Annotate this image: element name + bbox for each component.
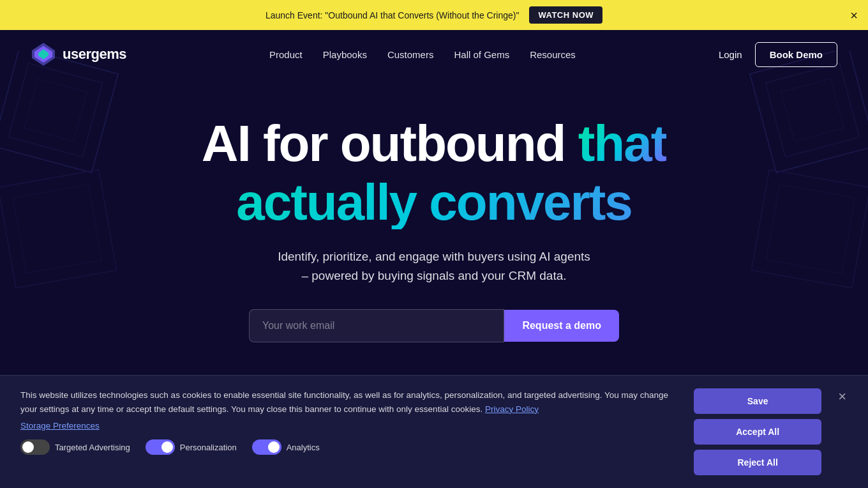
reject-all-button[interactable]: Reject All bbox=[694, 450, 821, 475]
personalization-label: Personalization bbox=[180, 443, 237, 452]
storage-preferences-link[interactable]: Storage Preferences bbox=[20, 421, 678, 431]
hero-headline-gradient: that bbox=[578, 115, 667, 172]
targeted-advertising-label: Targeted Advertising bbox=[55, 443, 130, 452]
nav-customers[interactable]: Customers bbox=[387, 49, 434, 60]
nav-playbooks[interactable]: Playbooks bbox=[323, 49, 367, 60]
accept-all-button[interactable]: Accept All bbox=[694, 419, 821, 445]
logo[interactable]: usergems bbox=[31, 42, 126, 67]
nav-product[interactable]: Product bbox=[269, 49, 303, 60]
announcement-text: Launch Event: "Outbound AI that Converts… bbox=[266, 10, 520, 20]
logo-icon bbox=[31, 42, 56, 67]
close-cookie-banner-button[interactable]: × bbox=[837, 388, 848, 405]
watch-now-button[interactable]: WATCH NOW bbox=[529, 6, 602, 24]
request-demo-button[interactable]: Request a demo bbox=[504, 310, 619, 342]
hero-section: AI for outbound that actually converts I… bbox=[0, 79, 868, 368]
close-banner-button[interactable]: × bbox=[850, 9, 858, 22]
hero-form: Request a demo bbox=[249, 309, 619, 342]
login-link[interactable]: Login bbox=[719, 49, 742, 60]
toggle-personalization: Personalization bbox=[146, 439, 237, 455]
analytics-toggle[interactable] bbox=[252, 439, 281, 455]
toggle-knob bbox=[268, 441, 280, 453]
cookie-buttons: Save Accept All Reject All bbox=[694, 388, 821, 475]
nav-hall-of-gems[interactable]: Hall of Gems bbox=[454, 49, 509, 60]
toggle-knob bbox=[22, 441, 34, 453]
announcement-bar: Launch Event: "Outbound AI that Converts… bbox=[0, 0, 868, 30]
cookie-text-section: This website utilizes technologies such … bbox=[20, 388, 678, 455]
toggle-targeted-advertising: Targeted Advertising bbox=[20, 439, 130, 455]
hero-desc-line2: – powered by buying signals and your CRM… bbox=[301, 269, 566, 282]
toggle-knob bbox=[161, 441, 173, 453]
book-demo-button[interactable]: Book Demo bbox=[755, 42, 837, 67]
privacy-policy-link[interactable]: Privacy Policy bbox=[485, 404, 539, 414]
save-button[interactable]: Save bbox=[694, 388, 821, 414]
hero-headline-white: AI for outbound bbox=[202, 115, 578, 172]
cookie-toggles: Targeted Advertising Personalization Ana… bbox=[20, 439, 678, 455]
nav-actions: Login Book Demo bbox=[719, 42, 837, 67]
navigation: usergems Product Playbooks Customers Hal… bbox=[0, 30, 868, 79]
hero-subline: actually converts bbox=[13, 176, 855, 229]
toggle-analytics: Analytics bbox=[252, 439, 320, 455]
hero-desc-line1: Identify, prioritize, and engage with bu… bbox=[278, 250, 590, 263]
cookie-body-text: This website utilizes technologies such … bbox=[20, 388, 678, 416]
nav-links: Product Playbooks Customers Hall of Gems… bbox=[269, 49, 576, 60]
targeted-advertising-toggle[interactable] bbox=[20, 439, 50, 455]
personalization-toggle[interactable] bbox=[146, 439, 175, 455]
nav-resources[interactable]: Resources bbox=[530, 49, 576, 60]
cookie-banner: This website utilizes technologies such … bbox=[0, 375, 868, 488]
hero-headline: AI for outbound that bbox=[13, 117, 855, 171]
logo-text: usergems bbox=[63, 46, 126, 63]
hero-description: Identify, prioritize, and engage with bu… bbox=[230, 247, 638, 286]
analytics-label: Analytics bbox=[287, 443, 320, 452]
email-input[interactable] bbox=[249, 309, 504, 342]
